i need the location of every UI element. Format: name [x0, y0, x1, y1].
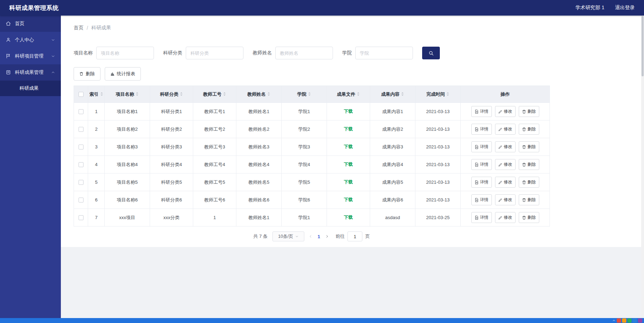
cell-actions: 详情 修改 删除 — [461, 156, 550, 174]
cell-category: 科研分类4 — [150, 156, 193, 174]
cell-category: 科研分类6 — [150, 191, 193, 209]
edit-button[interactable]: 修改 — [495, 212, 516, 223]
col-header-result-file[interactable]: 成果文件 — [327, 86, 370, 103]
download-link[interactable]: 下载 — [344, 180, 353, 184]
edit-button[interactable]: 修改 — [495, 159, 516, 170]
project-name-input[interactable] — [96, 47, 154, 59]
sidebar-item-achievement-management[interactable]: 科研成果管理 — [0, 64, 61, 81]
tray-icon[interactable] — [617, 318, 621, 323]
row-checkbox[interactable] — [79, 127, 84, 132]
table-row: 5 项目名称5 科研分类5 教师工号5 教师姓名5 学院5 下载 成果内容5 2… — [74, 174, 550, 191]
col-header-teacher-name[interactable]: 教师姓名 — [236, 86, 282, 103]
page-number-current[interactable]: 1 — [314, 234, 323, 239]
scrollbar-thumb[interactable] — [642, 16, 644, 76]
edit-button[interactable]: 修改 — [495, 177, 516, 188]
detail-button[interactable]: 详情 — [471, 177, 492, 188]
table-row: 2 项目名称2 科研分类2 教师工号2 教师姓名2 学院2 下载 成果内容2 2… — [74, 121, 550, 138]
sidebar-item-label: 科研成果 — [19, 85, 39, 92]
download-link[interactable]: 下载 — [344, 215, 353, 220]
cell-finish-date: 2021-03-13 — [415, 138, 461, 156]
breadcrumb-home[interactable]: 首页 — [74, 25, 84, 31]
tray-icon[interactable] — [638, 318, 642, 323]
tray-icon[interactable] — [627, 318, 632, 323]
col-header-result-content[interactable]: 成果内容 — [370, 86, 415, 103]
pencil-icon — [498, 198, 502, 202]
college-label: 学院 — [342, 50, 352, 56]
trash-icon — [522, 198, 526, 202]
download-link[interactable]: 下载 — [344, 144, 353, 149]
select-all-checkbox[interactable] — [79, 92, 84, 97]
chevron-up-icon — [51, 70, 55, 75]
delete-button[interactable]: 删除 — [519, 106, 539, 117]
detail-button[interactable]: 详情 — [471, 124, 492, 135]
row-checkbox[interactable] — [79, 180, 84, 185]
page-unit-label: 页 — [365, 233, 370, 240]
download-link[interactable]: 下载 — [344, 162, 353, 167]
tray-icon[interactable] — [633, 318, 637, 323]
cell-college: 学院3 — [282, 138, 327, 156]
edit-button[interactable]: 修改 — [495, 194, 516, 205]
bar-chart-icon — [110, 72, 115, 76]
cell-college: 学院4 — [282, 156, 327, 174]
bulk-delete-button[interactable]: 删除 — [74, 67, 100, 81]
sort-icon — [446, 92, 449, 96]
delete-button[interactable]: 删除 — [519, 212, 539, 223]
row-checkbox[interactable] — [79, 162, 84, 167]
row-select-cell — [74, 138, 88, 156]
logout-link[interactable]: 退出登录 — [615, 5, 635, 11]
delete-button[interactable]: 删除 — [519, 124, 539, 135]
table-body: 1 项目名称1 科研分类1 教师工号1 教师姓名1 学院1 下载 成果内容1 2… — [74, 103, 550, 227]
edit-button[interactable]: 修改 — [495, 141, 516, 152]
edit-button[interactable]: 修改 — [495, 124, 516, 135]
table-row: 3 项目名称3 科研分类3 教师工号3 教师姓名3 学院3 下载 成果内容3 2… — [74, 138, 550, 156]
col-header-college[interactable]: 学院 — [282, 86, 327, 103]
col-header-finish-date[interactable]: 完成时间 — [415, 86, 461, 103]
detail-button[interactable]: 详情 — [471, 106, 492, 117]
tray-expand-icon[interactable] — [612, 319, 616, 322]
pencil-icon — [498, 145, 502, 149]
category-input[interactable] — [186, 47, 243, 59]
sidebar-item-home[interactable]: 首页 — [0, 16, 61, 32]
sidebar-item-achievements[interactable]: 科研成果 — [0, 81, 61, 96]
delete-button[interactable]: 删除 — [519, 141, 539, 152]
tray-icon[interactable] — [622, 318, 626, 323]
detail-button[interactable]: 详情 — [471, 141, 492, 152]
goto-page-input[interactable] — [347, 231, 362, 241]
sort-icon — [136, 92, 139, 96]
row-checkbox[interactable] — [79, 109, 84, 114]
cell-category: xxx分类 — [150, 209, 193, 227]
delete-button[interactable]: 删除 — [519, 194, 539, 205]
breadcrumb-current: 科研成果 — [91, 25, 111, 31]
cell-project-name: 项目名称6 — [105, 191, 150, 209]
col-header-project-name[interactable]: 项目名称 — [105, 86, 150, 103]
col-header-category[interactable]: 科研分类 — [150, 86, 193, 103]
download-link[interactable]: 下载 — [344, 197, 353, 202]
delete-button[interactable]: 删除 — [519, 177, 539, 188]
trash-icon — [522, 110, 526, 114]
cell-index: 7 — [88, 209, 105, 227]
col-header-index[interactable]: 索引 — [88, 86, 105, 103]
next-page-button[interactable] — [325, 234, 329, 239]
row-checkbox[interactable] — [79, 198, 84, 202]
user-icon — [6, 37, 11, 43]
report-button[interactable]: 统计报表 — [105, 67, 141, 81]
teacher-name-input[interactable] — [275, 47, 333, 59]
download-link[interactable]: 下载 — [344, 109, 353, 114]
detail-button[interactable]: 详情 — [471, 212, 492, 223]
detail-button[interactable]: 详情 — [471, 159, 492, 170]
download-link[interactable]: 下载 — [344, 127, 353, 131]
row-select-cell — [74, 103, 88, 121]
row-checkbox[interactable] — [79, 145, 84, 149]
col-header-teacher-id[interactable]: 教师工号 — [193, 86, 236, 103]
edit-button[interactable]: 修改 — [495, 106, 516, 117]
sidebar-item-project-management[interactable]: 科研项目管理 — [0, 48, 61, 64]
sidebar-item-personal-center[interactable]: 个人中心 — [0, 32, 61, 48]
detail-button[interactable]: 详情 — [471, 194, 492, 205]
search-button[interactable] — [422, 47, 440, 59]
row-checkbox[interactable] — [79, 215, 84, 220]
college-input[interactable] — [355, 47, 413, 59]
page-size-select[interactable]: 10条/页 — [272, 231, 304, 241]
prev-page-button[interactable] — [309, 234, 313, 239]
cell-teacher-id: 1 — [193, 209, 236, 227]
delete-button[interactable]: 删除 — [519, 159, 539, 170]
